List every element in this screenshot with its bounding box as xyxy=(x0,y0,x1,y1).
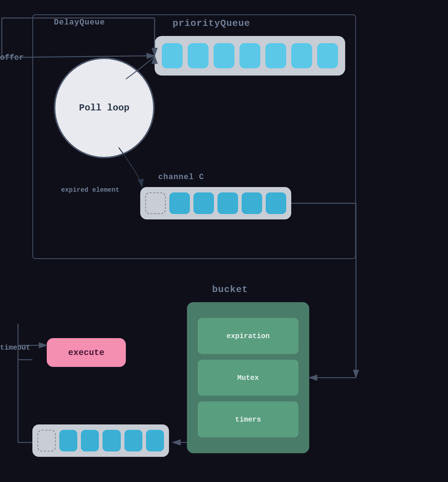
priority-queue-label: priorityQueue xyxy=(173,18,250,29)
queue-item xyxy=(188,43,209,68)
poll-loop-circle: Poll loop xyxy=(54,58,155,158)
channel-item xyxy=(193,192,214,214)
bottom-channel-item xyxy=(146,430,164,451)
bucket-item-expiration: expiration xyxy=(198,318,298,354)
bucket-box: expiration Mutex timers xyxy=(187,302,309,453)
priority-queue-bar xyxy=(155,36,345,76)
channel-item xyxy=(242,192,262,214)
channel-c-label: channel C xyxy=(158,173,204,182)
queue-item xyxy=(291,43,312,68)
channel-item xyxy=(218,192,238,214)
bucket-label: bucket xyxy=(212,284,248,295)
queue-item xyxy=(239,43,260,68)
bottom-channel-item xyxy=(59,430,77,451)
bottom-channel-item-dashed xyxy=(37,430,56,451)
offer-label: offer xyxy=(0,53,24,62)
queue-item xyxy=(162,43,183,68)
queue-item xyxy=(214,43,234,68)
expired-element-label: expired element xyxy=(61,186,119,194)
queue-item xyxy=(265,43,286,68)
poll-loop-label: Poll loop xyxy=(79,103,129,113)
diagram-container: DelayQueue priorityQueue Poll loop chann… xyxy=(0,0,448,482)
channel-c-bar xyxy=(140,187,291,219)
channel-item-dashed xyxy=(145,192,166,214)
bucket-item-mutex: Mutex xyxy=(198,360,298,396)
execute-button[interactable]: execute xyxy=(47,338,126,367)
bottom-channel-item xyxy=(81,430,99,451)
bottom-channel-item xyxy=(124,430,142,451)
bottom-channel-item xyxy=(102,430,120,451)
bottom-channel-bar xyxy=(32,424,169,457)
channel-item xyxy=(169,192,190,214)
timeout-label: timeout xyxy=(0,344,30,352)
queue-item xyxy=(317,43,338,68)
channel-item xyxy=(266,192,286,214)
bucket-item-timers: timers xyxy=(198,401,298,437)
delay-queue-label: DelayQueue xyxy=(54,18,105,27)
